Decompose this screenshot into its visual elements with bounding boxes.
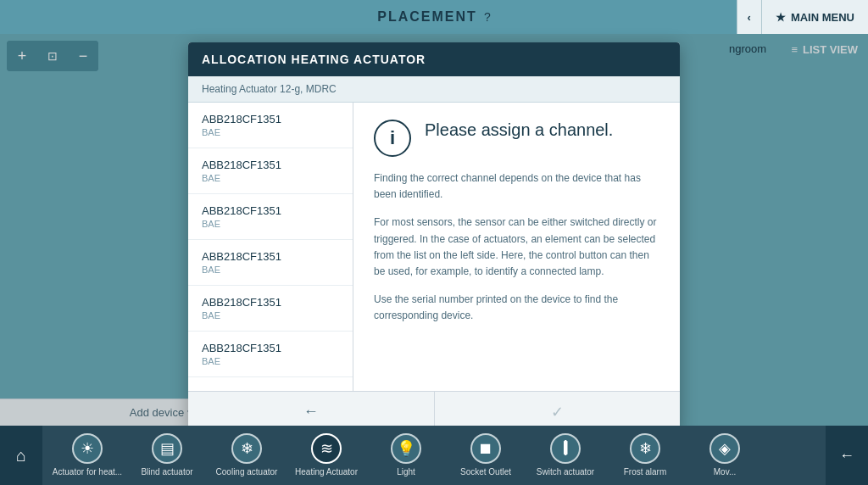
device-list-item[interactable]: ABB218CF1351 BAE (188, 286, 353, 332)
bottom-toolbar-item[interactable]: ▤ Blind actuator (129, 429, 205, 482)
device-sub: BAE (202, 265, 339, 275)
back-button[interactable]: ‹ (737, 0, 761, 34)
main-menu-button[interactable]: ★ MAIN MENU (761, 0, 868, 34)
modal-header: ALLOCATION HEATING ACTUATOR (188, 42, 680, 76)
device-list-item[interactable]: ABB218CF1351 BAE (188, 240, 353, 286)
bottom-toolbar-item[interactable]: ☀ Actuator for heat... (49, 429, 125, 482)
bottom-item-label: Cooling actuator (216, 467, 278, 477)
bottom-item-label: Light (397, 467, 415, 477)
device-id: ABB218CF1351 (202, 342, 339, 354)
checkmark-icon: ✓ (551, 403, 564, 421)
allocation-modal: ALLOCATION HEATING ACTUATOR Heating Actu… (188, 42, 680, 432)
bottom-item-label: Switch actuator (537, 467, 594, 477)
bottom-toolbar: ⌂ ☀ Actuator for heat... ▤ Blind actuato… (0, 426, 868, 485)
bottom-item-label: Frost alarm (624, 467, 667, 477)
bottom-item-label: Mov... (714, 467, 736, 477)
device-list-item[interactable]: ABB218CF1351 BAE (188, 194, 353, 240)
device-list-item[interactable]: ABB218CF1351 BAE (188, 148, 353, 194)
device-id: ABB218CF1351 (202, 204, 339, 217)
back-arrow-icon: ← (303, 403, 319, 421)
bottom-items: ☀ Actuator for heat... ▤ Blind actuator … (42, 426, 826, 485)
device-id: ABB218CF1351 (202, 250, 339, 263)
bottom-item-icon: 💡 (391, 433, 421, 464)
device-sub: BAE (202, 310, 339, 321)
bottom-toolbar-item[interactable]: ⏹ Socket Outlet (448, 429, 524, 482)
bottom-item-icon: ❄ (231, 433, 262, 464)
bottom-toolbar-item[interactable]: ❄ Cooling actuator (209, 429, 285, 482)
main-menu-label: MAIN MENU (791, 11, 854, 24)
home-button[interactable]: ⌂ (0, 426, 42, 485)
device-id: ABB218CF1351 (202, 113, 339, 125)
home-icon: ⌂ (16, 446, 26, 465)
bottom-back-button[interactable]: ← (826, 426, 868, 485)
bottom-item-icon: ▤ (152, 433, 182, 464)
back-nav-icon: ← (839, 447, 854, 465)
info-paragraph: Use the serial number printed on the dev… (374, 292, 659, 324)
bottom-item-label: Socket Outlet (460, 467, 511, 477)
device-sub: BAE (202, 356, 339, 366)
bottom-item-label: Blind actuator (141, 467, 192, 477)
info-icon-row: i Please assign a channel. (374, 120, 659, 157)
modal-subheader: Heating Actuator 12-g, MDRC (188, 76, 680, 103)
bottom-item-icon: ❄ (630, 433, 660, 464)
device-sub: BAE (202, 219, 339, 229)
info-panel: i Please assign a channel. Finding the c… (353, 103, 680, 391)
help-icon[interactable]: ? (484, 10, 491, 24)
info-paragraphs: Finding the correct channel depends on t… (374, 170, 659, 325)
bottom-toolbar-item[interactable]: ❄ Frost alarm (607, 429, 683, 482)
page-title: PLACEMENT (377, 9, 477, 25)
bottom-item-label: Actuator for heat... (53, 467, 122, 477)
device-sub: BAE (202, 127, 339, 137)
bottom-toolbar-item[interactable]: ⏽ Switch actuator (527, 429, 604, 482)
bottom-item-label: Heating Actuator (295, 467, 358, 477)
bottom-toolbar-item[interactable]: 💡 Light (368, 429, 444, 482)
info-title: Please assign a channel. (425, 120, 613, 140)
bottom-toolbar-item[interactable]: ◈ Mov... (687, 429, 763, 482)
bottom-item-icon: ⏹ (470, 433, 501, 464)
info-paragraph: For most sensors, the sensor can be eith… (374, 215, 659, 280)
bottom-item-icon: ⏽ (550, 433, 581, 464)
bottom-item-icon: ◈ (709, 433, 740, 464)
device-id: ABB218CF1351 (202, 159, 339, 171)
device-sub: BAE (202, 173, 339, 183)
device-id: ABB218CF1351 (202, 296, 339, 309)
main-area: + ⊡ − ≡ LIST VIEW ngroom Add device ▾ AL… (0, 34, 868, 485)
bottom-toolbar-item[interactable]: ≋ Heating Actuator (288, 429, 364, 482)
info-icon: i (390, 127, 395, 149)
bottom-item-icon: ☀ (72, 433, 103, 464)
top-right-buttons: ‹ ★ MAIN MENU (737, 0, 868, 34)
modal-overlay: ALLOCATION HEATING ACTUATOR Heating Actu… (0, 34, 868, 485)
modal-body: ABB218CF1351 BAE ABB218CF1351 BAE ABB218… (188, 103, 680, 391)
info-circle-icon: i (374, 120, 411, 157)
info-paragraph: Finding the correct channel depends on t… (374, 170, 659, 203)
star-icon: ★ (776, 11, 786, 24)
bottom-item-icon: ≋ (311, 433, 342, 464)
device-list: ABB218CF1351 BAE ABB218CF1351 BAE ABB218… (188, 103, 353, 391)
device-list-item[interactable]: ABB218CF1351 BAE (188, 103, 353, 148)
top-bar: PLACEMENT ? ‹ ★ MAIN MENU (0, 0, 868, 34)
device-list-item[interactable]: ABB218CF1351 BAE (188, 332, 353, 377)
